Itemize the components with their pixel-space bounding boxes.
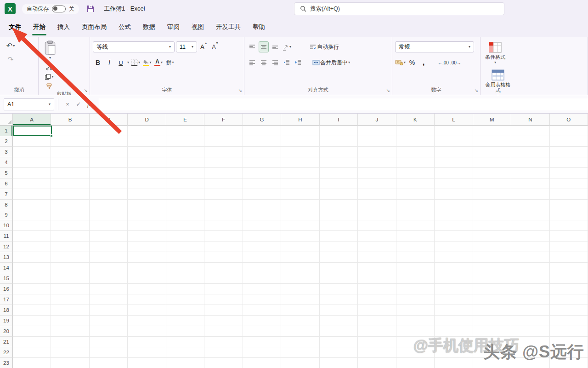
cell-J16[interactable] <box>358 284 396 294</box>
cell-A19[interactable] <box>13 316 51 326</box>
cell-O5[interactable] <box>550 168 588 178</box>
cell-A2[interactable] <box>13 136 51 147</box>
cell-B9[interactable] <box>51 210 89 221</box>
cell-L7[interactable] <box>435 189 473 200</box>
cell-M17[interactable] <box>473 294 511 305</box>
cell-N8[interactable] <box>511 200 549 210</box>
row-header-8[interactable]: 8 <box>0 200 13 210</box>
cell-G10[interactable] <box>243 220 281 231</box>
cell-G15[interactable] <box>243 273 281 284</box>
cell-B21[interactable] <box>51 337 89 347</box>
cell-A4[interactable] <box>13 157 51 168</box>
cell-I11[interactable] <box>320 231 358 242</box>
autosave-toggle[interactable] <box>52 6 66 12</box>
cell-L8[interactable] <box>435 200 473 210</box>
cell-E20[interactable] <box>166 326 204 337</box>
column-header-H[interactable]: H <box>281 114 319 126</box>
cell-E3[interactable] <box>166 147 204 157</box>
cell-G2[interactable] <box>243 136 281 147</box>
cell-A3[interactable] <box>13 147 51 157</box>
column-header-B[interactable]: B <box>51 114 89 126</box>
cell-J15[interactable] <box>358 273 396 284</box>
cell-J8[interactable] <box>358 200 396 210</box>
cell-C2[interactable] <box>90 136 128 147</box>
cell-D23[interactable] <box>128 358 166 368</box>
cell-L6[interactable] <box>435 178 473 189</box>
increase-decimal-button[interactable]: ←.00 <box>438 57 449 68</box>
cell-A17[interactable] <box>13 294 51 305</box>
cell-I3[interactable] <box>320 147 358 157</box>
cell-H9[interactable] <box>281 210 319 221</box>
row-header-5[interactable]: 5 <box>0 168 13 178</box>
cell-L11[interactable] <box>435 231 473 242</box>
cell-D22[interactable] <box>128 347 166 358</box>
cell-C5[interactable] <box>90 168 128 178</box>
cell-C12[interactable] <box>90 242 128 252</box>
cell-H3[interactable] <box>281 147 319 157</box>
cell-G13[interactable] <box>243 252 281 263</box>
cell-I10[interactable] <box>320 220 358 231</box>
cell-L15[interactable] <box>435 273 473 284</box>
cell-H18[interactable] <box>281 305 319 316</box>
cell-E13[interactable] <box>166 252 204 263</box>
cell-K19[interactable] <box>396 316 435 326</box>
font-size-select[interactable]: 11 ▾ <box>176 41 197 52</box>
cell-J1[interactable] <box>358 126 396 136</box>
cell-F16[interactable] <box>204 284 243 294</box>
cell-J17[interactable] <box>358 294 396 305</box>
cell-N1[interactable] <box>511 126 549 136</box>
cell-J21[interactable] <box>358 337 396 347</box>
cell-B11[interactable] <box>51 231 89 242</box>
row-header-10[interactable]: 10 <box>0 220 13 231</box>
cell-E18[interactable] <box>166 305 204 316</box>
cell-F6[interactable] <box>204 178 243 189</box>
cell-D21[interactable] <box>128 337 166 347</box>
copy-button[interactable]: ▾ <box>44 73 54 80</box>
cell-C10[interactable] <box>90 220 128 231</box>
cell-E21[interactable] <box>166 337 204 347</box>
cell-O1[interactable] <box>550 126 588 136</box>
cell-I5[interactable] <box>320 168 358 178</box>
cell-E15[interactable] <box>166 273 204 284</box>
cell-O11[interactable] <box>550 231 588 242</box>
cell-G22[interactable] <box>243 347 281 358</box>
row-header-14[interactable]: 14 <box>0 263 13 273</box>
cell-L23[interactable] <box>435 358 473 368</box>
cell-F22[interactable] <box>204 347 243 358</box>
cell-N19[interactable] <box>511 316 549 326</box>
cell-I23[interactable] <box>320 358 358 368</box>
cell-H5[interactable] <box>281 168 319 178</box>
cell-B1[interactable] <box>51 126 89 136</box>
cell-J18[interactable] <box>358 305 396 316</box>
column-header-K[interactable]: K <box>396 114 435 126</box>
cell-I17[interactable] <box>320 294 358 305</box>
cell-A20[interactable] <box>13 326 51 337</box>
cell-K13[interactable] <box>396 252 435 263</box>
cell-J22[interactable] <box>358 347 396 358</box>
cell-L16[interactable] <box>435 284 473 294</box>
cell-A16[interactable] <box>13 284 51 294</box>
cell-F19[interactable] <box>204 316 243 326</box>
cell-F10[interactable] <box>204 220 243 231</box>
cell-A15[interactable] <box>13 273 51 284</box>
cell-D6[interactable] <box>128 178 166 189</box>
cell-L2[interactable] <box>435 136 473 147</box>
column-header-F[interactable]: F <box>204 114 243 126</box>
cell-G5[interactable] <box>243 168 281 178</box>
cell-M7[interactable] <box>473 189 511 200</box>
tab-file[interactable]: 文件 <box>3 17 27 37</box>
redo-button[interactable]: ↷ <box>6 54 16 65</box>
tab-page-layout[interactable]: 页面布局 <box>76 17 113 37</box>
cell-C13[interactable] <box>90 252 128 263</box>
bold-button[interactable]: B <box>93 57 103 68</box>
cell-D11[interactable] <box>128 231 166 242</box>
cell-F15[interactable] <box>204 273 243 284</box>
cell-L10[interactable] <box>435 220 473 231</box>
cell-N4[interactable] <box>511 157 549 168</box>
cell-N18[interactable] <box>511 305 549 316</box>
orientation-dropdown-icon[interactable]: ▾ <box>289 45 291 49</box>
cell-J20[interactable] <box>358 326 396 337</box>
tab-developer[interactable]: 开发工具 <box>210 17 247 37</box>
cell-A6[interactable] <box>13 178 51 189</box>
increase-indent-button[interactable] <box>293 57 303 68</box>
